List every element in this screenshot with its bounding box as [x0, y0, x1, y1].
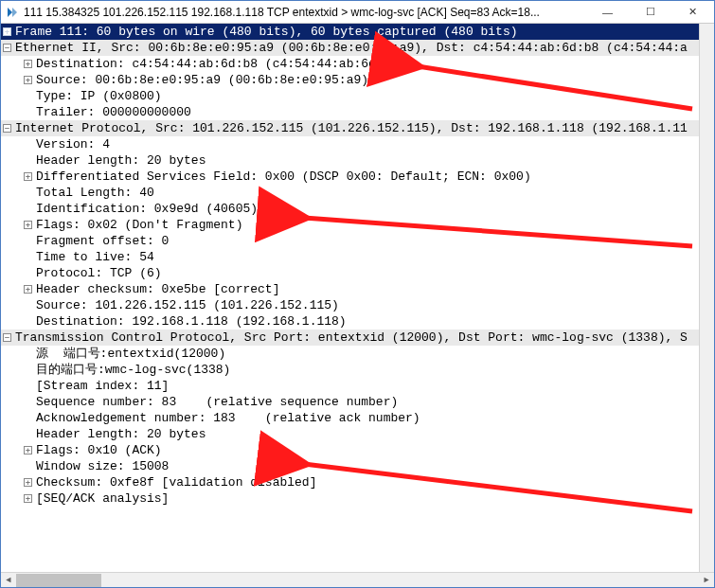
- tcp-stream-row[interactable]: [Stream index: 11]: [1, 378, 714, 394]
- ip-dsf: Differentiated Services Field: 0x00 (DSC…: [36, 169, 531, 185]
- ip-dst-row[interactable]: Destination: 192.168.1.118 (192.168.1.11…: [1, 313, 714, 330]
- ip-cksum: Header checksum: 0xe5be [correct]: [36, 281, 279, 297]
- ip-foffset-row[interactable]: Fragment offset: 0: [1, 233, 714, 249]
- ip-src-row[interactable]: Source: 101.226.152.115 (101.226.152.115…: [1, 297, 714, 313]
- expand-icon[interactable]: +: [24, 446, 32, 454]
- ip-src: Source: 101.226.152.115 (101.226.152.115…: [36, 297, 339, 313]
- ip-ttl-row[interactable]: Time to live: 54: [1, 249, 714, 265]
- scroll-left-icon[interactable]: ◄: [1, 573, 16, 588]
- scroll-right-icon[interactable]: ►: [699, 573, 714, 588]
- window-buttons: — ☐ ✕: [586, 1, 714, 23]
- ip-dsf-row[interactable]: +Differentiated Services Field: 0x00 (DS…: [1, 169, 714, 185]
- tcp-stream: [Stream index: 11]: [36, 378, 169, 394]
- tcp-summary-row[interactable]: −Transmission Control Protocol, Src Port…: [1, 330, 714, 346]
- close-button[interactable]: ✕: [671, 1, 714, 23]
- tcp-win: Window size: 15008: [36, 458, 169, 474]
- ip-hlen: Header length: 20 bytes: [36, 152, 206, 169]
- tcp-seq: Sequence number: 83 (relative sequence n…: [36, 394, 398, 410]
- window-title: 111 15.384325 101.226.152.115 192.168.1.…: [24, 6, 582, 19]
- ip-flags-row[interactable]: +Flags: 0x02 (Don't Fragment): [1, 217, 714, 233]
- packet-details-pane[interactable]: +Frame 111: 60 bytes on wire (480 bits),…: [1, 24, 714, 587]
- ip-version: Version: 4: [36, 136, 110, 152]
- eth-source: Source: 00:6b:8e:e0:95:a9 (00:6b:8e:e0:9…: [36, 72, 368, 88]
- ip-flags: Flags: 0x02 (Don't Fragment): [36, 217, 242, 233]
- expand-icon[interactable]: +: [24, 76, 32, 84]
- tcp-cksum-row[interactable]: +Checksum: 0xfe8f [validation disabled]: [1, 474, 714, 490]
- collapse-icon[interactable]: −: [3, 333, 11, 342]
- expand-icon[interactable]: +: [24, 172, 32, 181]
- ip-tlen: Total Length: 40: [36, 185, 154, 201]
- scroll-thumb[interactable]: [16, 574, 101, 587]
- expand-icon[interactable]: +: [24, 221, 32, 229]
- tcp-hlen-row[interactable]: Header length: 20 bytes: [1, 426, 714, 442]
- eth-source-row[interactable]: +Source: 00:6b:8e:e0:95:a9 (00:6b:8e:e0:…: [1, 72, 714, 88]
- frame-summary: Frame 111: 60 bytes on wire (480 bits), …: [15, 24, 518, 40]
- tcp-cksum: Checksum: 0xfe8f [validation disabled]: [36, 474, 316, 490]
- vertical-scrollbar[interactable]: [699, 24, 714, 572]
- ip-dst: Destination: 192.168.1.118 (192.168.1.11…: [36, 313, 347, 330]
- window: 111 15.384325 101.226.152.115 192.168.1.…: [0, 0, 715, 588]
- collapse-icon[interactable]: −: [3, 124, 11, 133]
- tcp-seqack: [SEQ/ACK analysis]: [36, 490, 169, 507]
- ip-hlen-row[interactable]: Header length: 20 bytes: [1, 152, 714, 169]
- expand-icon[interactable]: +: [24, 478, 32, 487]
- expand-icon[interactable]: +: [24, 285, 32, 294]
- titlebar[interactable]: 111 15.384325 101.226.152.115 192.168.1.…: [1, 1, 714, 24]
- expand-icon[interactable]: +: [3, 27, 11, 36]
- eth-destination: Destination: c4:54:44:ab:6d:b8 (c4:54:44…: [36, 56, 405, 72]
- eth-summary: Ethernet II, Src: 00:6b:8e:e0:95:a9 (00:…: [15, 40, 688, 56]
- tcp-srcport-row[interactable]: 源 端口号:entextxid(12000): [1, 346, 714, 362]
- tcp-seq-row[interactable]: Sequence number: 83 (relative sequence n…: [1, 394, 714, 410]
- tcp-win-row[interactable]: Window size: 15008: [1, 458, 714, 474]
- horizontal-scrollbar[interactable]: ◄ ►: [1, 572, 714, 587]
- expand-icon[interactable]: +: [24, 60, 32, 68]
- ethernet-summary-row[interactable]: −Ethernet II, Src: 00:6b:8e:e0:95:a9 (00…: [1, 40, 714, 56]
- frame-summary-row[interactable]: +Frame 111: 60 bytes on wire (480 bits),…: [1, 24, 714, 40]
- ip-ident-row[interactable]: Identification: 0x9e9d (40605): [1, 201, 714, 217]
- tcp-ack: Acknowledgement number: 183 (relative ac…: [36, 410, 420, 426]
- eth-type-row[interactable]: Type: IP (0x0800): [1, 88, 714, 104]
- tcp-srcport: 源 端口号:entextxid(12000): [36, 346, 225, 362]
- ip-version-row[interactable]: Version: 4: [1, 136, 714, 152]
- ip-ttl: Time to live: 54: [36, 249, 154, 265]
- tcp-ack-row[interactable]: Acknowledgement number: 183 (relative ac…: [1, 410, 714, 426]
- tcp-dstport: 目的端口号:wmc-log-svc(1338): [36, 362, 230, 378]
- tcp-seqack-row[interactable]: +[SEQ/ACK analysis]: [1, 490, 714, 507]
- tcp-flags: Flags: 0x10 (ACK): [36, 442, 162, 458]
- tcp-summary: Transmission Control Protocol, Src Port:…: [15, 330, 688, 346]
- eth-type: Type: IP (0x0800): [36, 88, 162, 104]
- minimize-button[interactable]: —: [586, 1, 629, 23]
- ip-proto-row[interactable]: Protocol: TCP (6): [1, 265, 714, 281]
- eth-trailer: Trailer: 000000000000: [36, 104, 191, 120]
- tcp-hlen: Header length: 20 bytes: [36, 426, 206, 442]
- tcp-flags-row[interactable]: +Flags: 0x10 (ACK): [1, 442, 714, 458]
- ip-tlen-row[interactable]: Total Length: 40: [1, 185, 714, 201]
- scroll-track[interactable]: [16, 574, 699, 587]
- tcp-dstport-row[interactable]: 目的端口号:wmc-log-svc(1338): [1, 362, 714, 378]
- expand-icon[interactable]: +: [24, 494, 32, 503]
- ip-foffset: Fragment offset: 0: [36, 233, 169, 249]
- ip-ident: Identification: 0x9e9d (40605): [36, 201, 258, 217]
- ip-summary-row[interactable]: −Internet Protocol, Src: 101.226.152.115…: [1, 120, 714, 136]
- eth-trailer-row[interactable]: Trailer: 000000000000: [1, 104, 714, 120]
- ip-summary: Internet Protocol, Src: 101.226.152.115 …: [15, 120, 688, 136]
- ip-cksum-row[interactable]: +Header checksum: 0xe5be [correct]: [1, 281, 714, 297]
- app-icon: [5, 5, 20, 20]
- ip-proto: Protocol: TCP (6): [36, 265, 162, 281]
- eth-destination-row[interactable]: +Destination: c4:54:44:ab:6d:b8 (c4:54:4…: [1, 56, 714, 72]
- collapse-icon[interactable]: −: [3, 44, 11, 52]
- maximize-button[interactable]: ☐: [629, 1, 671, 23]
